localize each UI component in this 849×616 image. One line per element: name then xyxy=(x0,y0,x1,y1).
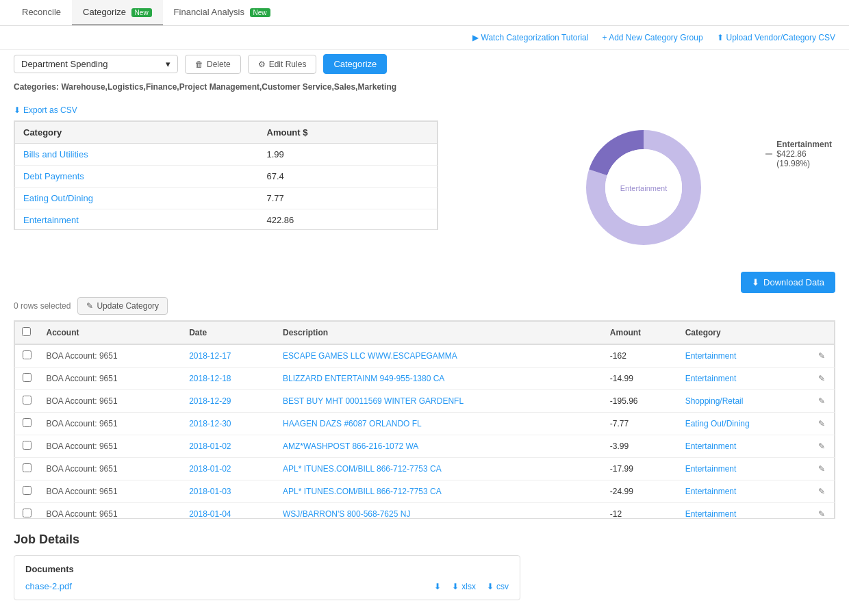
edit-rules-button[interactable]: ⚙ Edit Rules xyxy=(248,55,317,74)
row-date: 2018-01-02 xyxy=(182,435,276,458)
row-checkbox[interactable] xyxy=(23,350,31,359)
top-bar: ▶ Watch Categorization Tutorial + Add Ne… xyxy=(0,26,849,49)
chart-label-percent: (19.98%) xyxy=(776,159,832,168)
download-csv-link[interactable]: ⬇ csv xyxy=(487,582,509,591)
col-description: Description xyxy=(276,322,603,345)
row-category: Entertainment xyxy=(679,435,810,458)
row-date: 2018-01-04 xyxy=(182,503,276,519)
row-account: BOA Account: 9651 xyxy=(40,368,183,390)
summary-category[interactable]: Eating Out/Dining xyxy=(15,188,259,209)
col-category: Category xyxy=(679,322,810,345)
gear-icon: ⚙ xyxy=(258,60,266,69)
table-row: BOA Account: 9651 2018-01-02 AMZ*WASHPOS… xyxy=(15,435,835,458)
summary-category[interactable]: Debt Payments xyxy=(15,166,259,188)
row-checkbox[interactable] xyxy=(23,418,31,427)
row-checkbox[interactable] xyxy=(23,463,31,472)
categories-text: Categories: Warehouse,Logistics,Finance,… xyxy=(0,81,849,99)
row-amount: -12 xyxy=(603,503,679,519)
row-checkbox-cell xyxy=(15,480,40,503)
row-edit[interactable]: ✎ xyxy=(810,503,835,519)
row-category: Entertainment xyxy=(679,503,810,519)
row-checkbox[interactable] xyxy=(23,396,31,405)
documents-box: Documents chase-2.pdf ⬇ ⬇ xlsx ⬇ csv xyxy=(14,555,520,600)
row-category: Entertainment xyxy=(679,368,810,390)
download-data-button[interactable]: ⬇ Download Data xyxy=(741,272,835,293)
chart-annotation: Entertainment $422.86 (19.98%) xyxy=(765,140,832,168)
row-date: 2018-01-02 xyxy=(182,458,276,480)
summary-amount: 67.4 xyxy=(259,166,420,188)
download-xlsx-link[interactable]: ⬇ xlsx xyxy=(452,582,476,591)
row-category: Shopping/Retail xyxy=(679,390,810,413)
row-checkbox[interactable] xyxy=(23,509,31,517)
tutorial-link[interactable]: ▶ Watch Categorization Tutorial xyxy=(472,33,589,42)
doc-file-link[interactable]: chase-2.pdf xyxy=(25,581,72,591)
tab-financial-analysis[interactable]: Financial Analysis New xyxy=(163,0,281,25)
export-csv-link[interactable]: ⬇ Export as CSV xyxy=(14,105,438,115)
row-edit[interactable]: ✎ xyxy=(810,344,835,368)
upload-icon: ⬆ xyxy=(717,33,724,42)
select-all-checkbox[interactable] xyxy=(22,327,31,336)
summary-amount: 7.77 xyxy=(259,188,420,209)
add-category-link[interactable]: + Add New Category Group xyxy=(602,33,702,42)
play-icon: ▶ xyxy=(472,33,479,42)
row-category: Eating Out/Dining xyxy=(679,413,810,435)
main-content: ⬇ Export as CSV Category Amount $ Bills … xyxy=(0,99,849,265)
row-checkbox[interactable] xyxy=(23,373,31,382)
row-amount: -3.99 xyxy=(603,435,679,458)
row-edit[interactable]: ✎ xyxy=(810,368,835,390)
row-account: BOA Account: 9651 xyxy=(40,344,183,368)
row-amount: -14.99 xyxy=(603,368,679,390)
row-checkbox[interactable] xyxy=(23,441,31,450)
download-generic-link[interactable]: ⬇ xyxy=(434,582,441,591)
tab-reconcile[interactable]: Reconcile xyxy=(11,0,72,25)
row-edit[interactable]: ✎ xyxy=(810,480,835,503)
col-date: Date xyxy=(182,322,276,345)
row-edit[interactable]: ✎ xyxy=(810,458,835,480)
row-amount: -17.99 xyxy=(603,458,679,480)
row-description: APL* ITUNES.COM/BILL 866-712-7753 CA xyxy=(276,480,603,503)
row-account: BOA Account: 9651 xyxy=(40,503,183,519)
donut-chart-area: Entertainment Entertainment $422.86 (19.… xyxy=(575,119,712,258)
dropdown-chevron-icon: ▾ xyxy=(166,59,170,69)
doc-actions: ⬇ ⬇ xlsx ⬇ csv xyxy=(434,582,509,591)
job-details-section: Job Details Documents chase-2.pdf ⬇ ⬇ xl… xyxy=(0,519,849,607)
summary-category[interactable]: Bills and Utilities xyxy=(15,144,259,166)
row-checkbox-cell xyxy=(15,458,40,480)
row-edit[interactable]: ✎ xyxy=(810,413,835,435)
delete-button[interactable]: 🗑 Delete xyxy=(185,55,241,74)
edit-icon: ✎ xyxy=(86,301,93,311)
summary-category[interactable]: Entertainment xyxy=(15,209,259,231)
row-edit[interactable]: ✎ xyxy=(810,435,835,458)
row-description: BLIZZARD ENTERTAINM 949-955-1380 CA xyxy=(276,368,603,390)
selection-bar: 0 rows selected ✎ Update Category xyxy=(14,297,835,315)
row-account: BOA Account: 9651 xyxy=(40,390,183,413)
left-panel: ⬇ Export as CSV Category Amount $ Bills … xyxy=(14,105,438,258)
rows-selected-count: 0 rows selected xyxy=(14,301,71,311)
update-category-button[interactable]: ✎ Update Category xyxy=(77,297,168,315)
summary-table-row: Debt Payments 67.4 xyxy=(15,166,438,188)
row-description: WSJ/BARRON'S 800-568-7625 NJ xyxy=(276,503,603,519)
download-icon-plain: ⬇ xyxy=(434,582,441,591)
upload-csv-link[interactable]: ⬆ Upload Vendor/Category CSV xyxy=(717,33,835,42)
categorize-badge: New xyxy=(131,8,152,17)
job-details-title: Job Details xyxy=(14,532,835,547)
tab-categorize[interactable]: Categorize New xyxy=(72,0,163,25)
row-date: 2018-12-30 xyxy=(182,413,276,435)
row-description: AMZ*WASHPOST 866-216-1072 WA xyxy=(276,435,603,458)
row-checkbox-cell xyxy=(15,503,40,519)
summary-table-wrapper[interactable]: Category Amount $ Bills and Utilities 1.… xyxy=(14,120,438,230)
summary-col-amount: Amount $ xyxy=(259,122,420,144)
col-checkbox xyxy=(15,322,40,345)
category-group-dropdown[interactable]: Department Spending ▾ xyxy=(14,55,178,73)
table-row: BOA Account: 9651 2018-12-17 ESCAPE GAME… xyxy=(15,344,835,368)
row-edit[interactable]: ✎ xyxy=(810,390,835,413)
table-row: BOA Account: 9651 2018-12-18 BLIZZARD EN… xyxy=(15,368,835,390)
row-checkbox[interactable] xyxy=(23,486,31,495)
summary-table-row: Entertainment 422.86 xyxy=(15,209,438,231)
row-checkbox-cell xyxy=(15,344,40,368)
controls-row: Department Spending ▾ 🗑 Delete ⚙ Edit Ru… xyxy=(0,50,849,81)
transaction-table-wrapper[interactable]: Account Date Description Amount Category… xyxy=(14,320,835,519)
financial-badge: New xyxy=(250,8,270,17)
categorize-button[interactable]: Categorize xyxy=(323,54,387,74)
row-description: APL* ITUNES.COM/BILL 866-712-7753 CA xyxy=(276,458,603,480)
